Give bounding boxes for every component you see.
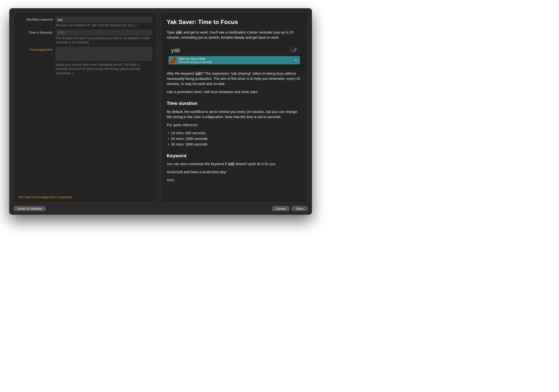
heading-time-duration: Time duration <box>167 100 302 107</box>
keyword-highlight: yak <box>175 30 182 34</box>
time-duration-paragraph-1: By default, the workflow is set to remin… <box>167 109 302 120</box>
encouragement-help: Boost your morale with some motivating w… <box>56 62 152 75</box>
about-pomodoro: Like a pomodoro timer, with less tomatoe… <box>167 89 302 95</box>
save-button[interactable]: Save <box>292 206 307 211</box>
signature: Vero <box>167 178 302 183</box>
keyword-paragraph: You can also customise the keyword if ya… <box>167 161 302 167</box>
goodluck-paragraph: Good luck and have a productive day! <box>167 170 302 175</box>
encouragement-label: Encouragement: <box>17 47 53 51</box>
alfred-result-subtitle: Let's start working on that task! <box>178 61 292 63</box>
validation-message: Text Area 'Encouragement' is required <box>17 193 152 199</box>
alfred-preview: yak Start my f <box>167 44 302 66</box>
reset-defaults-button[interactable]: Reset to Defaults <box>14 206 46 211</box>
alfred-hat-icon <box>291 47 297 54</box>
keyword-highlight: yak <box>228 162 235 166</box>
workflow-keyword-input[interactable] <box>56 17 152 22</box>
workflow-keyword-help: Set your own keyword if "yak" isn't the … <box>56 23 152 27</box>
time-seconds-help: The duration for each focus period you'd… <box>56 36 152 45</box>
encouragement-row: Encouragement: Boost your morale with so… <box>17 47 152 75</box>
about-why: Why the keyword yak? The expression "yak… <box>167 71 302 86</box>
list-item: 30 mins: 1800 seconds <box>168 142 302 147</box>
alfred-result-thumbnail-icon <box>170 57 176 63</box>
time-seconds-label: Time in Seconds: <box>17 30 53 34</box>
alfred-result-item: Start my focus timer Let's start working… <box>168 56 300 64</box>
configuration-panel: Workflow keyword: Set your own keyword i… <box>14 13 157 203</box>
time-seconds-row: Time in Seconds: The duration for each f… <box>17 30 152 45</box>
keyword-highlight: yak <box>195 72 202 75</box>
workflow-keyword-row: Workflow keyword: Set your own keyword i… <box>17 17 152 27</box>
heading-keyword: Keyword <box>167 152 302 159</box>
about-intro: Type yak and get to work; You'll see a N… <box>167 30 302 40</box>
footer-bar: Reset to Defaults Cancel Save <box>14 206 307 211</box>
svg-point-1 <box>295 49 296 50</box>
time-duration-paragraph-2: For quick reference: <box>167 122 302 128</box>
workflow-keyword-label: Workflow keyword: <box>17 17 53 21</box>
alfred-query: yak <box>171 46 291 54</box>
alfred-result-title: Start my focus timer <box>178 57 292 61</box>
time-seconds-input[interactable] <box>56 30 152 35</box>
about-title: Yak Saver: Time to Focus <box>167 18 302 26</box>
about-panel: Yak Saver: Time to Focus Type yak and ge… <box>161 13 307 203</box>
return-icon: ↩ <box>295 58 298 63</box>
list-item: 20 mins: 1200 seconds <box>168 136 302 141</box>
list-item: 10 mins: 600 seconds <box>168 131 302 136</box>
cancel-button[interactable]: Cancel <box>272 206 289 211</box>
encouragement-textarea[interactable] <box>56 47 152 61</box>
alfred-search-bar: yak <box>168 45 300 55</box>
preferences-window: Workflow keyword: Set your own keyword i… <box>9 8 312 215</box>
time-reference-list: 10 mins: 600 seconds 20 mins: 1200 secon… <box>168 131 302 147</box>
